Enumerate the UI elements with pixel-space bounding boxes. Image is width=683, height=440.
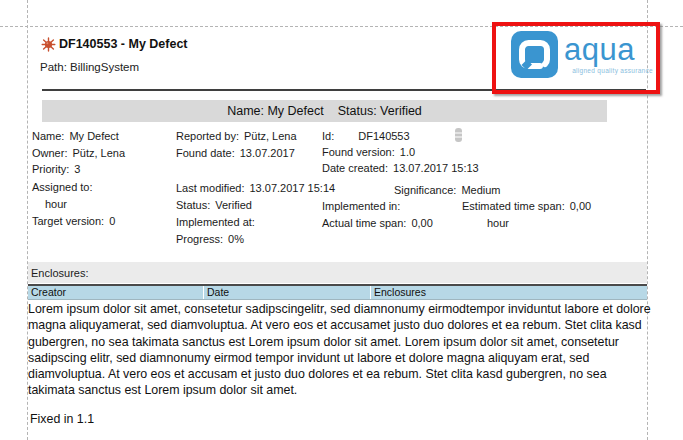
aqua-logo-icon xyxy=(511,31,558,78)
field-found-version: Found version:1.0 xyxy=(322,146,415,158)
fixed-in-note: Fixed in 1.1 xyxy=(30,412,94,426)
column-header-creator: Creator xyxy=(28,286,204,299)
defect-description: Lorem ipsum dolor sit amet, consetetur s… xyxy=(28,301,652,399)
aqua-logo-wordmark: aqua xyxy=(564,34,635,65)
defect-title: DF140553 - My Defect xyxy=(59,37,188,51)
field-date-created: Date created:13.07.2017 15:13 xyxy=(322,162,479,174)
field-priority: Priority:3 xyxy=(32,163,80,175)
aqua-logo-tagline: aligned quality assurance xyxy=(566,67,653,74)
field-id: Id:DF140553 xyxy=(322,130,410,142)
enclosures-section-band: Enclosures: xyxy=(28,262,647,283)
column-header-enclosures: Enclosures xyxy=(371,286,647,299)
field-assigned-to: Assigned to: xyxy=(32,181,98,193)
defect-path: Path: BillingSystem xyxy=(40,61,139,73)
enclosures-section-label: Enclosures: xyxy=(31,267,88,279)
field-last-modified: Last modified:13.07.2017 15:14 xyxy=(176,182,335,194)
field-implemented-at: Implemented at: xyxy=(176,216,255,228)
defect-bug-icon xyxy=(41,37,56,52)
field-target-version: Target version:0 xyxy=(32,215,115,227)
field-significance: Significance:Medium xyxy=(394,184,501,196)
field-found-date: Found date:13.07.2017 xyxy=(176,147,295,159)
report-title-bar: Name: My DefectStatus: Verified xyxy=(42,100,607,122)
grip-icon xyxy=(455,128,462,142)
field-implemented-in: Implemented in: xyxy=(322,200,400,212)
field-progress: Progress:0% xyxy=(176,233,244,245)
field-hour-unit-left: hour xyxy=(45,198,67,210)
field-estimated-time-span: Estimated time span:0,00 xyxy=(462,200,591,212)
field-hour-unit-right: hour xyxy=(487,217,509,229)
title-bar-name: Name: My Defect xyxy=(227,104,324,118)
field-status: Status:Verified xyxy=(176,199,252,211)
report-preview-page: DF140553 - My Defect Path: BillingSystem… xyxy=(0,0,683,440)
field-reported-by: Reported by:Pütz, Lena xyxy=(176,130,297,142)
column-header-date: Date xyxy=(204,286,371,299)
enclosures-table: Creator Date Enclosures xyxy=(28,284,647,300)
field-name: Name:My Defect xyxy=(32,130,119,142)
title-bar-status: Status: Verified xyxy=(338,104,422,118)
field-actual-time-span: Actual time span:0,00 xyxy=(322,217,433,229)
enclosures-table-header: Creator Date Enclosures xyxy=(28,286,647,300)
field-owner: Owner:Pütz, Lena xyxy=(32,147,125,159)
